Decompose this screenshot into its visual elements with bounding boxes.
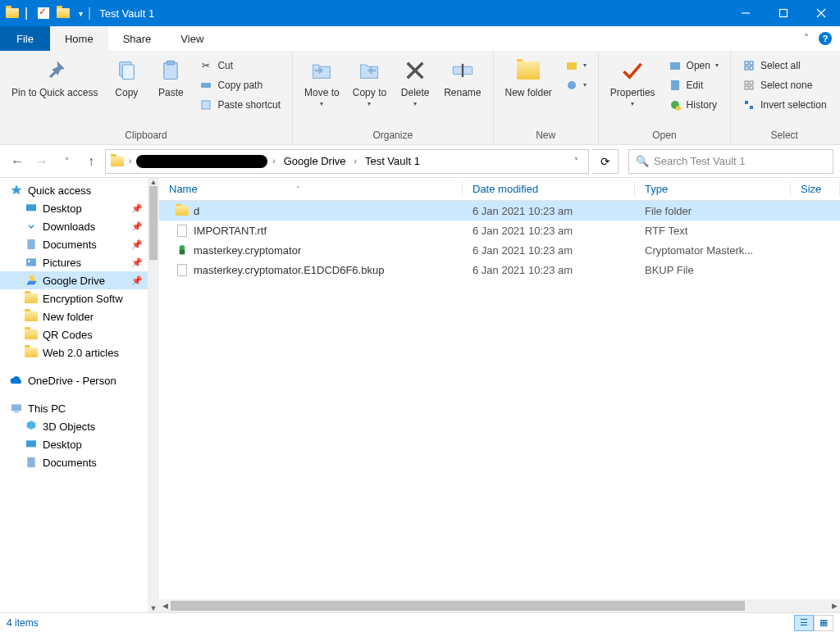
up-button[interactable]: ↑ — [80, 151, 102, 172]
star-icon — [10, 184, 23, 197]
scroll-down-icon[interactable]: ▼ — [148, 604, 159, 612]
search-icon: 🔍 — [636, 155, 649, 167]
rename-button[interactable]: Rename — [437, 54, 487, 128]
svg-rect-30 — [26, 204, 36, 211]
sidebar-item[interactable]: Documents — [0, 453, 148, 471]
cut-button[interactable]: ✂Cut — [193, 56, 287, 75]
sidebar-item[interactable]: Documents📌 — [0, 235, 148, 253]
sidebar-item-label: Desktop — [43, 439, 82, 451]
new-folder-button[interactable]: New folder — [499, 54, 559, 128]
address-bar[interactable]: › › Google Drive › Test Vault 1 ˅ — [105, 149, 589, 174]
sidebar-item[interactable]: Desktop — [0, 435, 148, 453]
folder-icon — [5, 6, 20, 20]
back-button[interactable]: ← — [7, 151, 28, 172]
check-icon — [619, 57, 646, 84]
paste-button[interactable]: Paste — [148, 54, 193, 128]
sidebar-item[interactable]: New folder — [0, 307, 148, 325]
sidebar-quick-access[interactable]: Quick access — [0, 181, 148, 199]
file-list[interactable]: d6 Jan 2021 10:23 amFile folderIMPORTANT… — [159, 201, 840, 599]
svg-rect-27 — [750, 86, 753, 89]
collapse-ribbon-icon[interactable]: ˄ — [804, 33, 809, 44]
properties-qat-icon[interactable] — [36, 6, 51, 20]
pin-icon — [42, 57, 68, 84]
minimize-button[interactable] — [727, 0, 765, 26]
new-item-button[interactable]: ▾ — [559, 56, 593, 75]
sidebar-scrollbar[interactable]: ▲ ▼ — [148, 178, 159, 612]
sidebar-item-icon — [25, 274, 38, 287]
scroll-thumb[interactable] — [171, 601, 745, 611]
svg-rect-28 — [745, 101, 748, 104]
maximize-button[interactable] — [765, 0, 802, 26]
sidebar-item-icon — [25, 420, 38, 433]
chevron-down-icon: ▾ — [320, 100, 323, 107]
copy-path-button[interactable]: Copy path — [193, 75, 287, 95]
file-tab[interactable]: File — [0, 26, 50, 51]
column-name[interactable]: Name˄ — [159, 178, 463, 200]
column-date[interactable]: Date modified — [463, 178, 635, 200]
sidebar-item[interactable]: QR Codes — [0, 325, 148, 343]
details-view-button[interactable]: ☰ — [794, 615, 814, 631]
file-row[interactable]: masterkey.cryptomator.E1DCD6F6.bkup6 Jan… — [159, 260, 840, 280]
sidebar-item[interactable]: Web 2.0 articles — [0, 343, 148, 361]
breadcrumb-segment[interactable]: Google Drive — [281, 153, 349, 169]
properties-button[interactable]: Properties▾ — [604, 54, 662, 128]
recent-locations-button[interactable]: ˅ — [56, 151, 77, 172]
open-button[interactable]: Open ▾ — [662, 56, 725, 75]
move-to-button[interactable]: Move to▾ — [298, 54, 346, 128]
paste-shortcut-button[interactable]: Paste shortcut — [193, 95, 287, 115]
qat-dropdown-icon[interactable]: ▾ — [79, 9, 83, 18]
copy-icon — [113, 57, 139, 84]
delete-button[interactable]: Delete▾ — [393, 54, 437, 128]
sidebar-item[interactable]: Pictures📌 — [0, 253, 148, 271]
file-row[interactable]: d6 Jan 2021 10:23 amFile folder — [159, 201, 840, 221]
chevron-down-icon: ▾ — [715, 61, 719, 69]
sidebar-item[interactable]: Encryption Softw — [0, 289, 148, 307]
file-row[interactable]: IMPORTANT.rtf6 Jan 2021 10:23 amRTF Text — [159, 221, 840, 240]
breadcrumb-segment[interactable]: Test Vault 1 — [362, 153, 423, 169]
view-tab[interactable]: View — [166, 26, 218, 51]
svg-point-15 — [568, 81, 576, 89]
history-button[interactable]: History — [662, 95, 725, 115]
help-icon[interactable]: ? — [819, 32, 832, 45]
forward-button[interactable]: → — [31, 151, 52, 172]
sidebar-item-label: Web 2.0 articles — [43, 347, 119, 359]
horizontal-scrollbar[interactable]: ◀ ▶ — [159, 599, 840, 612]
invert-selection-button[interactable]: Invert selection — [736, 95, 833, 115]
sort-indicator-icon: ˄ — [296, 185, 300, 193]
edit-icon — [669, 79, 682, 92]
chevron-right-icon[interactable]: › — [271, 157, 276, 166]
page-icon — [176, 263, 189, 276]
pin-to-quick-access-button[interactable]: Pin to Quick access — [5, 54, 104, 128]
select-none-button[interactable]: Select none — [736, 75, 833, 95]
scroll-up-icon[interactable]: ▲ — [148, 178, 159, 186]
copy-button[interactable]: Copy — [104, 54, 148, 128]
scroll-right-icon[interactable]: ▶ — [829, 599, 840, 612]
chevron-right-icon[interactable]: › — [127, 157, 133, 166]
chevron-down-icon: ▾ — [413, 100, 417, 107]
share-tab[interactable]: Share — [108, 26, 167, 51]
column-size[interactable]: Size — [791, 178, 840, 200]
sidebar-item[interactable]: Desktop📌 — [0, 199, 148, 217]
column-type[interactable]: Type — [635, 178, 791, 200]
sidebar-item[interactable]: 3D Objects — [0, 417, 148, 435]
copy-to-button[interactable]: Copy to▾ — [346, 54, 393, 128]
chevron-right-icon[interactable]: › — [353, 157, 358, 166]
scroll-thumb[interactable] — [149, 186, 158, 260]
edit-button[interactable]: Edit — [662, 75, 725, 95]
scroll-left-icon[interactable]: ◀ — [159, 599, 171, 612]
select-all-button[interactable]: Select all — [736, 56, 833, 75]
home-tab[interactable]: Home — [50, 26, 108, 51]
sidebar-item[interactable]: Google Drive📌 — [0, 271, 148, 289]
sidebar-onedrive[interactable]: OneDrive - Person — [0, 371, 148, 389]
search-input[interactable]: 🔍 Search Test Vault 1 — [628, 149, 833, 174]
file-row[interactable]: masterkey.cryptomator6 Jan 2021 10:23 am… — [159, 240, 840, 260]
easy-access-icon — [565, 79, 578, 92]
pc-icon — [10, 402, 23, 415]
close-button[interactable] — [802, 0, 840, 26]
icons-view-button[interactable]: ▦ — [814, 615, 833, 631]
sidebar-this-pc[interactable]: This PC — [0, 399, 148, 417]
sidebar-item[interactable]: Downloads📌 — [0, 217, 148, 235]
address-dropdown-icon[interactable]: ˅ — [574, 157, 583, 166]
refresh-button[interactable]: ⟳ — [592, 149, 619, 174]
easy-access-button[interactable]: ▾ — [559, 75, 593, 95]
